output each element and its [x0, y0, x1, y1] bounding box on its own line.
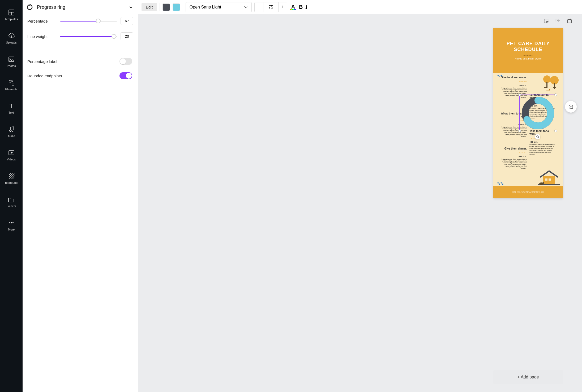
- sidebar-item-text[interactable]: Text: [0, 97, 23, 120]
- rotate-handle[interactable]: [535, 134, 540, 139]
- sidebar-item-elements[interactable]: Elements: [0, 73, 23, 97]
- sidebar-item-label: Videos: [7, 158, 16, 161]
- svg-rect-16: [568, 20, 572, 23]
- rounded-endpoints-row: Rounded endpoints: [27, 72, 133, 79]
- svg-point-20: [550, 76, 559, 84]
- sidebar-item-label: Text: [8, 111, 14, 114]
- resize-handle-bl[interactable]: [518, 130, 521, 132]
- comment-fab[interactable]: [565, 101, 577, 113]
- resize-handle-br[interactable]: [554, 130, 557, 132]
- panel-header[interactable]: Progress ring: [23, 0, 138, 14]
- top-toolbar: Edit Open Sans Light − 75 + A B I: [138, 0, 582, 14]
- font-size-value[interactable]: 75: [263, 2, 279, 12]
- sidebar-item-uploads[interactable]: Uploads: [0, 27, 23, 50]
- sidebar-item-templates[interactable]: Templates: [0, 3, 23, 27]
- animal-decoration: [546, 88, 551, 92]
- percentage-input[interactable]: [121, 17, 133, 25]
- line-weight-row: Line weight: [27, 32, 133, 40]
- font-size-increase-button[interactable]: +: [279, 2, 287, 12]
- footer-text: MORE INFO: WWW.REALLYGREATSITE.COM: [512, 191, 544, 193]
- entry-time: 7:00 a.m.: [500, 84, 527, 86]
- page-footer: MORE INFO: WWW.REALLYGREATSITE.COM: [493, 186, 563, 198]
- font-family-label: Open Sans Light: [190, 5, 221, 10]
- color-swatch-primary[interactable]: [162, 3, 170, 11]
- entry-heading: Give food and water.: [500, 76, 527, 79]
- percentage-label-toggle[interactable]: [119, 58, 132, 65]
- svg-point-12: [29, 4, 31, 6]
- sidebar-item-more[interactable]: More: [0, 214, 23, 237]
- text-icon: [8, 103, 15, 109]
- percentage-row: Percentage: [27, 17, 133, 25]
- edit-button[interactable]: Edit: [142, 3, 157, 11]
- font-family-select[interactable]: Open Sans Light: [186, 2, 252, 12]
- left-sidebar: Templates Uploads Photos Elements Text A…: [0, 0, 23, 392]
- uploads-icon: [8, 32, 15, 39]
- svg-rect-19: [546, 82, 547, 88]
- sidebar-item-label: Bkground: [5, 181, 18, 184]
- svg-rect-24: [549, 178, 551, 181]
- svg-rect-13: [544, 19, 548, 23]
- progress-ring-element[interactable]: [520, 95, 556, 131]
- rounded-endpoints-toggle[interactable]: [119, 72, 132, 79]
- font-size-stepper: − 75 +: [254, 2, 287, 12]
- add-page-button[interactable]: + Add page: [493, 370, 563, 384]
- add-page-label: + Add page: [517, 375, 539, 380]
- svg-rect-6: [12, 83, 14, 85]
- entry-time: 6:00 p.m.: [500, 156, 527, 157]
- svg-rect-3: [9, 57, 14, 62]
- sidebar-item-label: Photos: [7, 64, 16, 67]
- sidebar-item-audio[interactable]: Audio: [0, 120, 23, 143]
- line-weight-label: Line weight: [27, 34, 57, 39]
- comment-plus-icon: [568, 104, 574, 110]
- wavy-underline: [519, 81, 527, 82]
- bold-button[interactable]: B: [299, 4, 303, 10]
- text-color-glyph: A: [291, 4, 295, 9]
- resize-handle-tl[interactable]: [518, 93, 521, 96]
- sidebar-item-folders[interactable]: Folders: [0, 190, 23, 214]
- more-icon: [8, 219, 15, 226]
- notes-icon[interactable]: [543, 18, 549, 24]
- percentage-label-toggle-label: Percentage label: [27, 59, 57, 64]
- photos-icon: [8, 56, 15, 63]
- sidebar-item-label: More: [8, 228, 15, 231]
- chevron-down-icon: [129, 5, 133, 10]
- svg-point-18: [543, 75, 551, 83]
- page-title-line2: SCHEDULE: [514, 47, 542, 53]
- properties-panel: Progress ring Percentage Line weight Per…: [23, 0, 138, 392]
- sidebar-item-photos[interactable]: Photos: [0, 50, 23, 73]
- folders-icon: [8, 196, 15, 203]
- timeline-entry: Give them dinner.6:00 p.m.Infographics a…: [500, 147, 527, 170]
- color-swatch-secondary[interactable]: [173, 3, 180, 11]
- progress-ring-icon: [26, 4, 33, 11]
- duplicate-icon[interactable]: [555, 18, 561, 24]
- sidebar-item-videos[interactable]: Videos: [0, 143, 23, 167]
- svg-point-9: [11, 223, 12, 223]
- resize-handle-tr[interactable]: [554, 93, 557, 96]
- selection-box[interactable]: [519, 95, 556, 131]
- text-color-button[interactable]: A: [290, 4, 296, 10]
- svg-point-8: [9, 223, 10, 223]
- sidebar-item-label: Elements: [5, 88, 18, 91]
- page-subtitle: How to be a better owner: [515, 57, 542, 60]
- percentage-label: Percentage: [27, 19, 57, 23]
- sidebar-item-label: Audio: [7, 134, 15, 138]
- page-title-line1: PET CARE DAILY: [507, 41, 550, 47]
- wavy-divider: [523, 55, 533, 56]
- audio-icon: [8, 126, 15, 133]
- entry-body: Infographics are visual representations …: [529, 144, 556, 155]
- templates-icon: [8, 9, 15, 16]
- sidebar-item-background[interactable]: Bkground: [0, 167, 23, 190]
- rainbow-bar: [290, 9, 296, 10]
- canvas-area[interactable]: PET CARE DAILY SCHEDULE How to be a bett…: [138, 14, 582, 392]
- timeline-entry: Take them for a walk.4:00 p.m.Infographi…: [529, 130, 556, 155]
- line-weight-input[interactable]: [121, 32, 133, 40]
- chevron-down-icon: [244, 5, 248, 9]
- elements-icon: [8, 79, 15, 86]
- line-weight-slider[interactable]: [60, 34, 117, 39]
- percentage-slider[interactable]: [60, 18, 117, 24]
- expand-icon[interactable]: [567, 18, 572, 24]
- font-size-decrease-button[interactable]: −: [255, 2, 263, 12]
- sidebar-item-label: Folders: [6, 204, 16, 208]
- italic-button[interactable]: I: [306, 4, 308, 10]
- sidebar-item-label: Uploads: [6, 41, 16, 44]
